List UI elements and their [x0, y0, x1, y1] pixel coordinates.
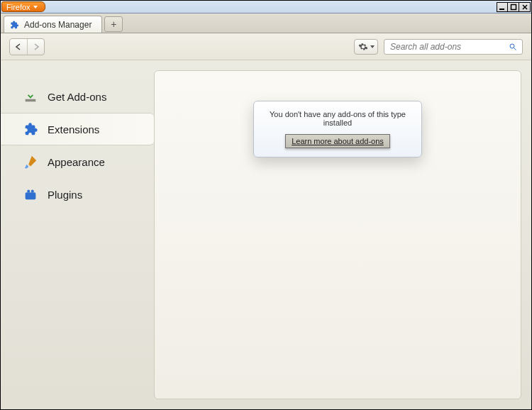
firefox-menu-label: Firefox [6, 3, 31, 11]
titlebar-spacer [45, 1, 497, 13]
window-controls [497, 1, 531, 13]
new-tab-button[interactable]: + [104, 16, 123, 32]
sidebar-item-label: Appearance [48, 156, 105, 168]
empty-state-message: You don't have any add-ons of this type … [261, 110, 414, 127]
app-body: Get Add-ons Extensions Appearance Plugin… [1, 60, 531, 409]
minimize-button[interactable] [497, 2, 508, 12]
download-icon [22, 88, 39, 105]
search-input[interactable] [389, 41, 508, 52]
lego-icon [22, 186, 39, 203]
sidebar-item-label: Get Add-ons [48, 91, 106, 103]
gear-icon [358, 42, 368, 52]
plus-icon: + [111, 18, 116, 30]
window-titlebar: Firefox [1, 1, 531, 13]
sidebar-item-label: Plugins [48, 189, 82, 201]
maximize-icon [510, 4, 517, 11]
nav-buttons [9, 38, 45, 55]
minimize-icon [499, 4, 506, 11]
puzzle-icon [22, 121, 39, 138]
chevron-down-icon [33, 6, 38, 9]
forward-button[interactable] [27, 39, 44, 55]
search-box[interactable] [384, 39, 523, 55]
sidebar-item-plugins[interactable]: Plugins [1, 178, 154, 211]
chevron-down-icon [370, 45, 375, 48]
empty-state-card: You don't have any add-ons of this type … [253, 101, 422, 157]
tools-menu-button[interactable] [354, 39, 378, 55]
maximize-button[interactable] [508, 2, 519, 12]
close-icon [521, 4, 528, 11]
sidebar-item-label: Extensions [48, 123, 99, 135]
firefox-menu-button[interactable]: Firefox [1, 1, 45, 12]
sidebar-item-appearance[interactable]: Appearance [1, 145, 154, 178]
sidebar-item-get-addons[interactable]: Get Add-ons [1, 80, 154, 113]
paintbrush-icon [22, 153, 39, 170]
svg-point-9 [31, 189, 34, 192]
sidebar-item-extensions[interactable]: Extensions [1, 113, 154, 145]
svg-rect-7 [26, 192, 36, 199]
tab-strip: Add-ons Manager + [1, 13, 531, 33]
toolbar [1, 33, 531, 60]
svg-rect-6 [26, 99, 36, 102]
sidebar: Get Add-ons Extensions Appearance Plugin… [1, 60, 154, 409]
tab-addons-manager[interactable]: Add-ons Manager [4, 16, 102, 33]
content-panel: You don't have any add-ons of this type … [154, 70, 521, 399]
learn-more-button[interactable]: Learn more about add-ons [285, 134, 390, 148]
svg-point-4 [510, 44, 514, 48]
close-button[interactable] [519, 2, 531, 12]
back-button[interactable] [10, 39, 27, 55]
arrow-right-icon [33, 43, 40, 50]
puzzle-icon [9, 19, 20, 31]
search-icon [509, 43, 517, 51]
svg-rect-1 [511, 4, 516, 9]
arrow-left-icon [15, 43, 22, 50]
search-go-button[interactable] [508, 42, 518, 52]
svg-line-5 [514, 48, 516, 50]
svg-point-8 [27, 189, 30, 192]
tab-label: Add-ons Manager [24, 20, 92, 30]
